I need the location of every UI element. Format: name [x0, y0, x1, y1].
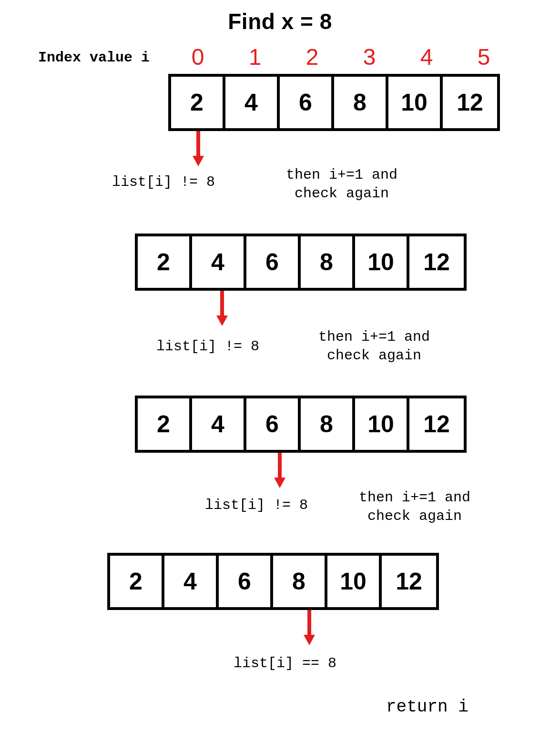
array-step-2: 2 4 6 8 10 12 — [135, 234, 467, 291]
action-code-2: then i+=1 and check again — [318, 328, 430, 365]
svg-marker-7 — [304, 635, 315, 645]
index-num: 5 — [455, 44, 512, 70]
array-cell: 2 — [138, 236, 192, 288]
array-cell: 8 — [301, 398, 355, 450]
index-num: 0 — [169, 44, 226, 70]
index-num: 3 — [341, 44, 398, 70]
array-step-4: 2 4 6 8 10 12 — [107, 553, 439, 610]
array-cell: 2 — [138, 398, 192, 450]
array-step-3: 2 4 6 8 10 12 — [135, 396, 467, 453]
array-cell: 4 — [192, 398, 246, 450]
array-cell: 8 — [273, 556, 327, 607]
action-code-1: then i+=1 and check again — [286, 166, 397, 203]
array-cell: 6 — [219, 556, 273, 607]
svg-marker-1 — [193, 156, 204, 166]
array-cell: 8 — [334, 77, 388, 128]
index-num: 4 — [398, 44, 455, 70]
index-numbers: 0 1 2 3 4 5 — [169, 44, 512, 70]
page-title: Find x = 8 — [0, 9, 560, 34]
array-cell: 10 — [355, 236, 409, 288]
svg-marker-3 — [216, 315, 228, 326]
result-code: return i — [386, 697, 468, 717]
array-cell: 2 — [110, 556, 164, 607]
array-cell: 8 — [301, 236, 355, 288]
array-cell: 4 — [225, 77, 280, 128]
array-cell: 6 — [280, 77, 334, 128]
svg-marker-5 — [274, 478, 285, 488]
index-num: 2 — [284, 44, 341, 70]
check-code-4: list[i] == 8 — [234, 655, 336, 671]
array-cell: 2 — [171, 77, 225, 128]
check-code-1: list[i] != 8 — [112, 174, 215, 190]
array-cell: 4 — [164, 556, 219, 607]
array-cell: 10 — [355, 398, 409, 450]
arrow-down-icon — [215, 291, 229, 326]
action-code-3: then i+=1 and check again — [359, 488, 470, 526]
index-num: 1 — [226, 44, 284, 70]
diagram-page: Find x = 8 Index value i 0 1 2 3 4 5 2 4… — [0, 0, 560, 732]
array-cell: 10 — [327, 556, 382, 607]
check-code-2: list[i] != 8 — [156, 338, 259, 355]
check-code-3: list[i] != 8 — [205, 497, 308, 513]
arrow-down-icon — [192, 131, 205, 166]
arrow-down-icon — [303, 610, 316, 645]
array-cell: 12 — [443, 77, 497, 128]
array-step-1: 2 4 6 8 10 12 — [168, 74, 500, 131]
array-cell: 4 — [192, 236, 246, 288]
array-cell: 6 — [246, 398, 301, 450]
arrow-down-icon — [273, 453, 286, 488]
array-cell: 12 — [409, 236, 464, 288]
index-label: Index value i — [38, 50, 150, 66]
array-cell: 12 — [382, 556, 436, 607]
array-cell: 10 — [388, 77, 443, 128]
array-cell: 12 — [409, 398, 464, 450]
array-cell: 6 — [246, 236, 301, 288]
